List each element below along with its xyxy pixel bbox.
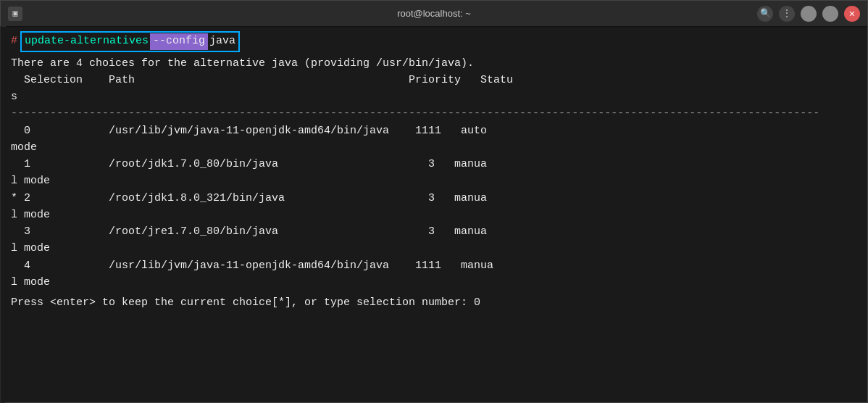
row-0-mode: mode xyxy=(11,139,861,156)
row-4: 4 /usr/lib/jvm/java-11-openjdk-amd64/bin… xyxy=(11,257,861,274)
info-line: There are 4 choices for the alternative … xyxy=(11,55,861,72)
cmd-update-alternatives: update-alternatives xyxy=(25,33,149,50)
terminal-window: ▣ root@localhost: ~ 🔍 ⋮ ✕ # update-alter… xyxy=(0,0,868,403)
menu-button[interactable]: ⋮ xyxy=(779,6,795,22)
cmd-config-flag: --config xyxy=(150,33,208,50)
title-bar: ▣ root@localhost: ~ 🔍 ⋮ ✕ xyxy=(1,1,867,27)
prompt-line[interactable]: Press <enter> to keep the current choice… xyxy=(11,295,861,312)
window-controls: 🔍 ⋮ ✕ xyxy=(757,6,860,22)
cmd-java-arg: java xyxy=(209,33,235,50)
row-1-mode: l mode xyxy=(11,173,861,189)
terminal-content[interactable]: # update-alternatives --config java Ther… xyxy=(1,27,867,402)
minimize-button[interactable] xyxy=(801,6,817,22)
divider-line: ----------------------------------------… xyxy=(11,105,861,122)
close-button[interactable]: ✕ xyxy=(844,6,860,22)
command-line: # update-alternatives --config java xyxy=(11,31,861,52)
window-title: root@localhost: ~ xyxy=(397,8,471,19)
title-bar-left: ▣ xyxy=(8,7,22,21)
col-header: Selection Path Priority Statu xyxy=(11,72,861,88)
row-2-mode: l mode xyxy=(11,207,861,223)
col-header-cont: s xyxy=(11,88,861,105)
row-3: 3 /root/jre1.7.0_80/bin/java 3 manua xyxy=(11,223,861,240)
command-box: update-alternatives --config java xyxy=(20,31,240,52)
maximize-button[interactable] xyxy=(822,6,838,22)
row-4-mode: l mode xyxy=(11,274,861,291)
row-3-mode: l mode xyxy=(11,240,861,257)
row-2: * 2 /root/jdk1.8.0_321/bin/java 3 manua xyxy=(11,190,861,207)
prompt-hash: # xyxy=(11,33,17,50)
row-1: 1 /root/jdk1.7.0_80/bin/java 3 manua xyxy=(11,156,861,173)
terminal-icon: ▣ xyxy=(8,7,22,21)
row-0: 0 /usr/lib/jvm/java-11-openjdk-amd64/bin… xyxy=(11,122,861,139)
search-button[interactable]: 🔍 xyxy=(757,6,773,22)
